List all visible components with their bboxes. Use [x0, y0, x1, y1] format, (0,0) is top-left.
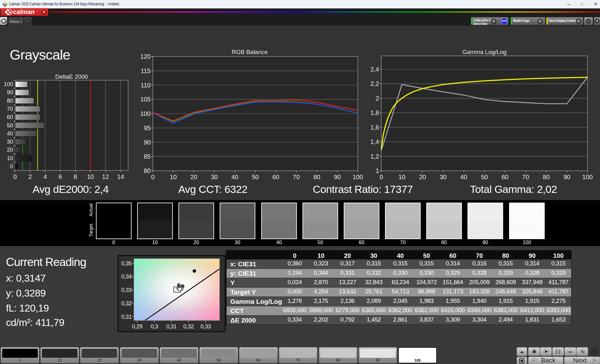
svg-text:8: 8 [74, 173, 77, 180]
svg-text:0: 0 [10, 163, 13, 170]
svg-text:0: 0 [151, 174, 154, 180]
svg-text:2,2: 2,2 [370, 80, 379, 87]
svg-text:95: 95 [144, 125, 151, 131]
svg-text:80: 80 [144, 167, 151, 174]
svg-text:10: 10 [170, 174, 177, 180]
svg-text:0: 0 [13, 173, 17, 180]
svg-text:120: 120 [140, 53, 151, 60]
svg-text:100: 100 [4, 81, 13, 87]
svg-text:50: 50 [481, 174, 488, 180]
svg-text:30: 30 [7, 139, 13, 145]
svg-text:20: 20 [190, 174, 197, 180]
svg-text:80: 80 [313, 174, 320, 180]
svg-text:12: 12 [102, 173, 109, 180]
svg-text:85: 85 [144, 153, 151, 160]
svg-text:1,4: 1,4 [370, 138, 379, 145]
svg-text:50: 50 [7, 122, 13, 129]
svg-text:30: 30 [211, 174, 218, 180]
svg-text:0,34: 0,34 [121, 273, 132, 280]
svg-text:110: 110 [141, 82, 151, 89]
svg-text:80: 80 [543, 174, 550, 180]
svg-text:90: 90 [334, 174, 341, 180]
svg-text:70: 70 [293, 174, 300, 180]
svg-text:10: 10 [398, 174, 405, 180]
svg-text:RGB Balance: RGB Balance [232, 49, 268, 55]
svg-text:60: 60 [7, 114, 13, 120]
svg-text:0: 0 [379, 174, 383, 180]
svg-text:1,6: 1,6 [370, 124, 379, 131]
svg-text:2: 2 [376, 95, 379, 102]
svg-text:0,35: 0,35 [121, 260, 132, 267]
svg-text:10: 10 [87, 173, 94, 180]
svg-text:50: 50 [252, 174, 259, 180]
svg-text:1,2: 1,2 [370, 153, 379, 160]
svg-text:Gamma Log/Log: Gamma Log/Log [462, 49, 507, 55]
svg-text:20: 20 [419, 174, 426, 180]
svg-text:40: 40 [7, 130, 13, 137]
svg-text:90: 90 [563, 174, 570, 180]
svg-text:2,4: 2,4 [370, 66, 379, 73]
svg-text:40: 40 [231, 174, 238, 180]
svg-text:105: 105 [140, 96, 151, 103]
svg-text:70: 70 [7, 106, 13, 112]
svg-text:20: 20 [7, 147, 13, 153]
svg-text:0,29: 0,29 [132, 323, 142, 330]
svg-text:60: 60 [272, 174, 279, 180]
svg-text:14: 14 [117, 173, 124, 180]
svg-text:100: 100 [140, 110, 151, 117]
svg-text:10: 10 [7, 155, 13, 161]
svg-text:100: 100 [352, 174, 363, 180]
svg-text:DeltaE 2000: DeltaE 2000 [55, 73, 88, 80]
svg-text:40: 40 [460, 174, 467, 180]
svg-text:1: 1 [376, 167, 379, 174]
svg-text:115: 115 [141, 67, 151, 74]
svg-text:0,33: 0,33 [121, 287, 132, 293]
svg-text:0,33: 0,33 [200, 323, 211, 330]
svg-text:0,31: 0,31 [166, 323, 177, 330]
svg-text:0,32: 0,32 [183, 323, 194, 330]
svg-text:2: 2 [28, 173, 32, 180]
svg-text:90: 90 [7, 89, 13, 96]
svg-text:0,3: 0,3 [151, 323, 158, 330]
svg-text:90: 90 [144, 139, 151, 146]
svg-text:100: 100 [582, 174, 592, 180]
svg-text:30: 30 [440, 174, 447, 180]
svg-text:0,31: 0,31 [121, 314, 132, 320]
svg-text:4: 4 [43, 173, 47, 180]
svg-text:6: 6 [58, 173, 62, 180]
svg-text:1,8: 1,8 [370, 109, 379, 116]
svg-text:70: 70 [522, 174, 529, 180]
svg-text:80: 80 [7, 98, 13, 104]
svg-text:60: 60 [502, 174, 508, 180]
svg-text:0,32: 0,32 [121, 300, 132, 307]
